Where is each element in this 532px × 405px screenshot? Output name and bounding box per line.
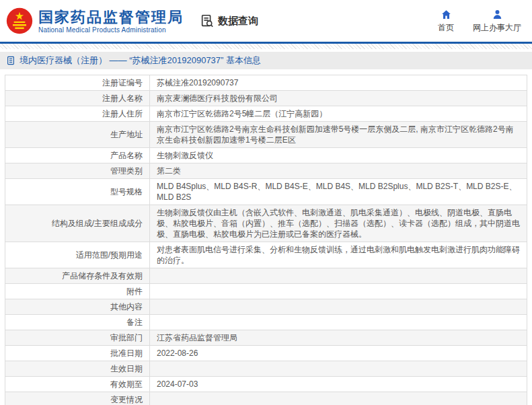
field-label: 注册证编号 bbox=[5, 75, 150, 91]
field-label: 变更情况 bbox=[5, 392, 150, 405]
data-query-label: 数据查询 bbox=[218, 15, 258, 28]
field-label: 生效日期 bbox=[5, 361, 150, 377]
table-row: 批准日期 2022-08-26 bbox=[5, 346, 527, 361]
field-value bbox=[150, 268, 527, 284]
field-value: 南京麦澜德医疗科技股份有限公司 bbox=[150, 91, 527, 106]
field-label: 附件 bbox=[5, 284, 150, 299]
table-row: 备注 bbox=[5, 315, 527, 330]
hatch-strip bbox=[0, 44, 532, 49]
field-value: 苏械注准20192090737 bbox=[150, 75, 527, 91]
table-row: 有效期至 2024-07-03 bbox=[5, 377, 527, 392]
person-icon bbox=[492, 9, 503, 20]
table-row: 结构及组成/主要组成成分 生物刺激反馈仪由主机（含嵌入式软件、电刺激通道、肌电采… bbox=[5, 205, 527, 242]
table-row: 型号规格 MLD B4Splus、MLD B4S-R、MLD B4S-E、MLD… bbox=[5, 179, 527, 205]
field-label: 管理类别 bbox=[5, 163, 150, 179]
field-value: 南京市江宁区乾德路2号南京生命科技创新园加速带5号楼一层东侧及二层, 南京市江宁… bbox=[150, 122, 527, 148]
document-icon bbox=[6, 56, 15, 65]
field-label: 注册人住所 bbox=[5, 106, 150, 122]
field-value: 第二类 bbox=[150, 163, 527, 179]
table-row: 生效日期 bbox=[5, 361, 527, 377]
table-row: 附件 bbox=[5, 284, 527, 299]
field-label: 适用范围/预期用途 bbox=[5, 242, 150, 268]
table-row: 注册人住所 南京市江宁区乾德路2号5幢二层（江宁高新园） bbox=[5, 106, 527, 122]
field-value bbox=[150, 315, 527, 330]
nmpa-logo[interactable]: 国家药品监督管理局 National Medical Products Admi… bbox=[0, 7, 184, 34]
table-row: 适用范围/预期用途 对患者表面肌电信号进行采集、分析和生物反馈训练，通过电刺激和… bbox=[5, 242, 527, 268]
field-label: 产品储存条件及有效期 bbox=[5, 268, 150, 284]
table-row: 审批部门 江苏省药品监督管理局 bbox=[5, 330, 527, 346]
table-row: 注册证编号 苏械注准20192090737 bbox=[5, 75, 527, 91]
table-row: 注册人名称 南京麦澜德医疗科技股份有限公司 bbox=[5, 91, 527, 106]
field-label: 其他内容 bbox=[5, 299, 150, 315]
table-row: 产品储存条件及有效期 bbox=[5, 268, 527, 284]
field-value: 对患者表面肌电信号进行采集、分析和生物反馈训练，通过电刺激和肌电触发电刺激进行肌… bbox=[150, 242, 527, 268]
field-value bbox=[150, 284, 527, 299]
field-value: 生物刺激反馈仪 bbox=[150, 148, 527, 163]
registration-info-table: 注册证编号 苏械注准20192090737 注册人名称 南京麦澜德医疗科技股份有… bbox=[5, 75, 527, 405]
field-value: 2024-07-03 bbox=[150, 377, 527, 392]
field-label: 注册人名称 bbox=[5, 91, 150, 106]
field-label: 有效期至 bbox=[5, 377, 150, 392]
logo-titles: 国家药品监督管理局 National Medical Products Admi… bbox=[38, 9, 184, 34]
field-value: 2022-08-26 bbox=[150, 346, 527, 361]
table-row: 生产地址 南京市江宁区乾德路2号南京生命科技创新园加速带5号楼一层东侧及二层, … bbox=[5, 122, 527, 148]
field-label: 结构及组成/主要组成成分 bbox=[5, 205, 150, 242]
nav-home[interactable]: 首页 bbox=[438, 9, 454, 34]
field-value bbox=[150, 299, 527, 315]
field-label: 审批部门 bbox=[5, 330, 150, 346]
field-label: 型号规格 bbox=[5, 179, 150, 205]
site-title-cn: 国家药品监督管理局 bbox=[38, 9, 184, 26]
field-label: 产品名称 bbox=[5, 148, 150, 163]
field-value bbox=[150, 361, 527, 377]
data-query-tab[interactable]: 数据查询 bbox=[200, 13, 258, 28]
table-row: 管理类别 第二类 bbox=[5, 163, 527, 179]
field-label: 生产地址 bbox=[5, 122, 150, 148]
field-label: 批准日期 bbox=[5, 346, 150, 361]
nav-home-label: 首页 bbox=[438, 22, 454, 34]
field-value: 南京市江宁区乾德路2号5幢二层（江宁高新园） bbox=[150, 106, 527, 122]
site-title-en: National Medical Products Administration bbox=[38, 26, 184, 34]
home-icon bbox=[441, 9, 452, 20]
nav-service-hall[interactable]: 网上办事大厅 bbox=[473, 9, 521, 34]
field-value: 生物刺激反馈仪由主机（含嵌入式软件、电刺激通道、肌电采集通道）、电极线、阴道电极… bbox=[150, 205, 527, 242]
header: 国家药品监督管理局 National Medical Products Admi… bbox=[0, 0, 532, 42]
field-value bbox=[150, 392, 527, 405]
field-value: 江苏省药品监督管理局 bbox=[150, 330, 527, 346]
table-row: 变更情况 bbox=[5, 392, 527, 405]
field-label: 备注 bbox=[5, 315, 150, 330]
table-row: 其他内容 bbox=[5, 299, 527, 315]
top-nav: 首页 网上办事大厅 bbox=[438, 9, 521, 34]
national-emblem-icon bbox=[6, 7, 33, 34]
field-value: MLD B4Splus、MLD B4S-R、MLD B4S-E、MLD B4S、… bbox=[150, 179, 527, 205]
breadcrumb-text: 境内医疗器械（注册） —— “苏械注准20192090737” 基本信息 bbox=[20, 54, 261, 67]
document-search-icon bbox=[200, 13, 215, 28]
table-row: 产品名称 生物刺激反馈仪 bbox=[5, 148, 527, 163]
nav-service-hall-label: 网上办事大厅 bbox=[473, 22, 521, 34]
breadcrumb: 境内医疗器械（注册） —— “苏械注准20192090737” 基本信息 bbox=[0, 52, 532, 69]
